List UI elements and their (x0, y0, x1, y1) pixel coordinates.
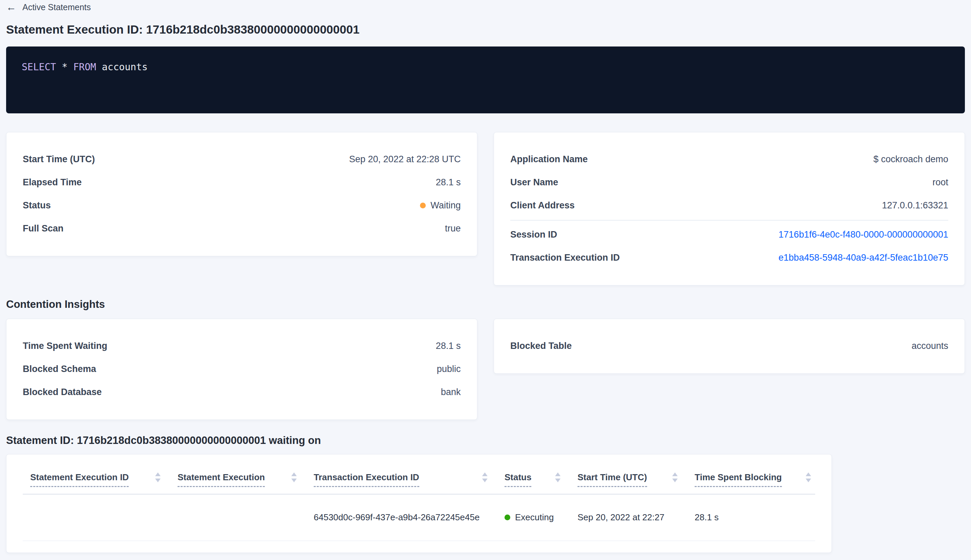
column-header-label: Start Time (UTC) (577, 472, 647, 487)
row-blocked-table: Blocked Table accounts (510, 335, 948, 358)
row-blocked-database: Blocked Database bank (23, 381, 461, 404)
column-header-label: Time Spent Blocking (695, 472, 782, 487)
column-header-label: Status (504, 472, 531, 487)
statement-execution-page: ← Active Statements Statement Execution … (0, 0, 971, 553)
sort-icon (806, 472, 811, 482)
row-client-address: Client Address 127.0.0.1:63321 (510, 194, 948, 217)
execution-summary-card: Start Time (UTC) Sep 20, 2022 at 22:28 U… (6, 132, 477, 256)
sql-statement: SELECT * FROM accounts (22, 62, 148, 73)
row-full-scan: Full Scan true (23, 217, 461, 240)
table-header-row: Statement Execution ID Statement Executi… (23, 455, 815, 495)
row-application-name: Application Name $ cockroach demo (510, 148, 948, 171)
cell-start-time: Sep 20, 2022 at 22:27 (577, 512, 695, 523)
sort-icon (672, 472, 678, 482)
column-header-status[interactable]: Status (504, 472, 577, 487)
page-title: Statement Execution ID: 1716b218dc0b3838… (6, 23, 965, 36)
column-header-transaction-execution-id[interactable]: Transaction Execution ID (314, 472, 504, 487)
waiting-on-heading: Statement ID: 1716b218dc0b38380000000000… (6, 435, 965, 447)
sql-token: * (62, 62, 68, 73)
sort-icon (482, 472, 487, 482)
waiting-on-table: Statement Execution ID Statement Executi… (6, 454, 832, 553)
session-summary-card: Application Name $ cockroach demo User N… (494, 132, 965, 285)
full-scan-label: Full Scan (23, 223, 63, 234)
column-header-statement-execution[interactable]: Statement Execution (178, 472, 314, 487)
cell-status: Executing (504, 512, 577, 523)
column-header-label: Statement Execution (178, 472, 265, 487)
sql-token: accounts (102, 62, 148, 73)
arrow-left-icon: ← (6, 2, 16, 12)
elapsed-time-label: Elapsed Time (23, 177, 82, 188)
time-spent-waiting-label: Time Spent Waiting (23, 341, 107, 351)
blocked-schema-value: public (437, 364, 461, 374)
column-header-label: Statement Execution ID (30, 472, 128, 487)
sort-icon (555, 472, 561, 482)
time-spent-waiting-value: 28.1 s (435, 341, 461, 351)
status-label: Status (23, 200, 51, 211)
application-name-value: $ cockroach demo (873, 154, 948, 165)
contention-cards-row: Time Spent Waiting 28.1 s Blocked Schema… (6, 319, 965, 420)
table-row: 64530d0c-969f-437e-a9b4-26a72245e45e Exe… (23, 495, 815, 541)
column-header-start-time[interactable]: Start Time (UTC) (577, 472, 695, 487)
blocked-table-label: Blocked Table (510, 341, 572, 351)
row-status: Status Waiting (23, 194, 461, 217)
status-executing-dot-icon (504, 515, 510, 520)
sql-statement-box: SELECT * FROM accounts (6, 47, 965, 113)
start-time-value: Sep 20, 2022 at 22:28 UTC (349, 154, 461, 165)
client-address-label: Client Address (510, 200, 575, 211)
client-address-value: 127.0.0.1:63321 (882, 200, 948, 211)
row-start-time: Start Time (UTC) Sep 20, 2022 at 22:28 U… (23, 148, 461, 171)
row-blocked-schema: Blocked Schema public (23, 358, 461, 381)
blocked-table-card: Blocked Table accounts (494, 319, 965, 374)
sort-icon (155, 472, 160, 482)
back-link-active-statements[interactable]: ← Active Statements (6, 0, 91, 12)
row-user-name: User Name root (510, 171, 948, 194)
user-name-label: User Name (510, 177, 558, 188)
sort-icon (291, 472, 297, 482)
transaction-execution-id-label: Transaction Execution ID (510, 253, 620, 263)
column-header-time-spent-blocking[interactable]: Time Spent Blocking (695, 472, 815, 487)
elapsed-time-value: 28.1 s (435, 177, 461, 188)
cell-transaction-execution-id: 64530d0c-969f-437e-a9b4-26a72245e45e (314, 512, 504, 523)
column-header-label: Transaction Execution ID (314, 472, 419, 487)
card-divider (510, 220, 948, 221)
transaction-execution-id-link[interactable]: e1bba458-5948-40a9-a42f-5feac1b10e75 (779, 253, 948, 263)
row-elapsed-time: Elapsed Time 28.1 s (23, 171, 461, 194)
row-time-spent-waiting: Time Spent Waiting 28.1 s (23, 335, 461, 358)
status-waiting-dot-icon (420, 203, 426, 208)
status-badge: Waiting (420, 200, 461, 211)
blocked-schema-label: Blocked Schema (23, 364, 96, 374)
application-name-label: Application Name (510, 154, 588, 165)
sql-keyword: FROM (73, 62, 96, 73)
user-name-value: root (932, 177, 948, 188)
back-link-label: Active Statements (22, 2, 91, 12)
session-id-label: Session ID (510, 230, 557, 240)
row-transaction-execution-id: Transaction Execution ID e1bba458-5948-4… (510, 247, 948, 270)
contention-insights-heading: Contention Insights (6, 298, 965, 310)
cell-time-spent-blocking: 28.1 s (695, 512, 815, 523)
full-scan-value: true (445, 223, 461, 234)
sql-keyword: SELECT (22, 62, 56, 73)
blocked-database-label: Blocked Database (23, 387, 102, 397)
blocked-database-value: bank (441, 387, 461, 397)
column-header-statement-execution-id[interactable]: Statement Execution ID (30, 472, 178, 487)
status-value: Waiting (430, 200, 461, 211)
contention-details-card: Time Spent Waiting 28.1 s Blocked Schema… (6, 319, 477, 420)
cell-status-value: Executing (515, 512, 554, 523)
row-session-id: Session ID 1716b1f6-4e0c-f480-0000-00000… (510, 223, 948, 247)
start-time-label: Start Time (UTC) (23, 154, 95, 165)
session-id-link[interactable]: 1716b1f6-4e0c-f480-0000-000000000001 (779, 230, 948, 240)
blocked-table-value: accounts (912, 341, 948, 351)
summary-cards-row: Start Time (UTC) Sep 20, 2022 at 22:28 U… (6, 132, 965, 285)
